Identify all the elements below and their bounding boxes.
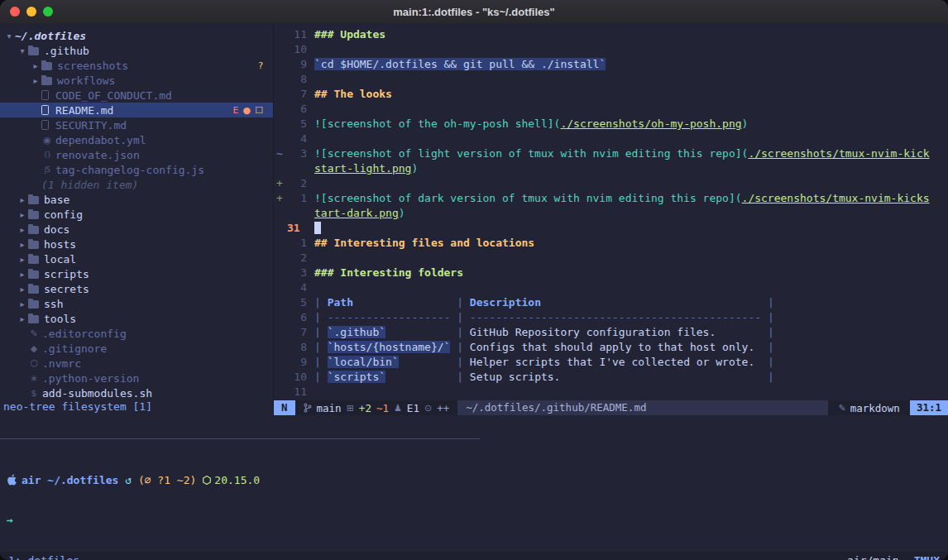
tree-item-ssh[interactable]: ▸ssh: [0, 296, 273, 311]
sign-column: [274, 296, 285, 311]
tree-item-secrets[interactable]: ▸secrets: [0, 281, 273, 296]
git-sign: +: [274, 177, 285, 192]
tree-item-workflows[interactable]: ▸workflows: [0, 73, 273, 88]
editor-line[interactable]: 6| ------------------- | ---------------…: [274, 311, 948, 326]
close-button[interactable]: [10, 7, 20, 17]
zoom-button[interactable]: [43, 7, 53, 17]
titlebar[interactable]: main:1:.dotfiles - "ks~/.dotfiles": [0, 0, 948, 23]
text-segment: [385, 371, 457, 383]
sign-column: [274, 266, 285, 281]
text-segment: tart-dark.png: [314, 207, 399, 219]
tree-item-hosts[interactable]: ▸hosts: [0, 237, 273, 251]
expander-icon[interactable]: ▸: [30, 76, 41, 85]
tree-item-scripts[interactable]: ▸scripts: [0, 266, 273, 281]
editor-line[interactable]: 31: [274, 222, 948, 237]
line-text: | `hosts/{hostname}/` | Configs that sho…: [307, 341, 774, 356]
filetype-section: ✎markdown: [828, 402, 909, 414]
expander-icon[interactable]: ▸: [17, 314, 28, 323]
editor-line[interactable]: 5| Path | Description |: [274, 296, 948, 311]
tree-item-security-md[interactable]: SECURITY.md: [0, 117, 273, 132]
editor-line[interactable]: 1## Interesting files and locations: [274, 237, 948, 251]
tree-item-gitignore[interactable]: ◆.gitignore: [0, 341, 273, 356]
tree-item-docs[interactable]: ▸docs: [0, 222, 273, 237]
javascript-icon: JS: [41, 166, 53, 174]
editor-line[interactable]: 7## The looks: [274, 88, 948, 103]
text-segment: [541, 296, 768, 309]
tree-item-label: .github: [44, 45, 89, 57]
minimize-button[interactable]: [26, 7, 36, 17]
neotree-sidebar[interactable]: ▾~/.dotfiles▾.github▸screenshots?▸workfl…: [0, 23, 273, 415]
editor-line[interactable]: 11: [274, 385, 948, 400]
text-segment: |: [314, 326, 328, 338]
editor-buffer[interactable]: 11### Updates 10 9`cd $HOME/.dotfiles &&…: [274, 23, 948, 415]
expander-icon[interactable]: ▸: [17, 270, 28, 279]
line-text: [307, 251, 314, 266]
editor-line[interactable]: 8| `hosts/{hostname}/` | Configs that sh…: [274, 341, 948, 356]
expander-icon[interactable]: ▾: [3, 31, 15, 41]
expander-icon[interactable]: ▸: [17, 255, 28, 264]
sign-column: [274, 237, 285, 251]
tree-item-add-submodules-sh[interactable]: $add-submodules.sh: [0, 385, 273, 400]
line-text: | `.github` | GitHub Repository configur…: [307, 326, 774, 341]
editor-line[interactable]: 2: [274, 251, 948, 266]
editor-line[interactable]: 8: [274, 73, 948, 88]
sign-column: [274, 73, 285, 88]
text-segment: [754, 341, 768, 353]
editor-line[interactable]: start-light.png): [274, 162, 948, 177]
tree-item-github[interactable]: ▾.github: [0, 43, 273, 58]
expander-icon[interactable]: ▸: [17, 210, 28, 219]
line-text: ### Updates: [307, 28, 385, 43]
editor-line[interactable]: 11### Updates: [274, 28, 948, 43]
tree-item-python-version[interactable]: ∗.python-version: [0, 371, 273, 385]
expander-icon[interactable]: ▸: [17, 195, 28, 204]
expander-icon[interactable]: ▸: [17, 299, 28, 309]
editor-line[interactable]: 10| `scripts` | Setup scripts. |: [274, 371, 948, 385]
tree-item-editorconfig[interactable]: ✎.editorconfig: [0, 326, 273, 341]
editor-line[interactable]: 7| `.github` | GitHub Repository configu…: [274, 326, 948, 341]
editor-line[interactable]: +2: [274, 177, 948, 192]
expander-icon[interactable]: ▾: [17, 46, 28, 55]
text-segment: ![screenshot of the oh-my-posh shell]: [314, 117, 554, 130]
tree-item-code-of-conduct-md[interactable]: CODE_OF_CONDUCT.md: [0, 88, 273, 103]
tree-item-readme-md[interactable]: README.mdE●☐: [0, 103, 273, 117]
expander-icon[interactable]: ▸: [17, 225, 28, 234]
expander-icon[interactable]: ▸: [17, 240, 28, 249]
tmux-window-item[interactable]: 1:.dotfiles: [8, 554, 79, 560]
editor-line[interactable]: +1![screenshot of dark version of tmux w…: [274, 192, 948, 207]
tree-item-renovate-json[interactable]: {}renovate.json: [0, 147, 273, 162]
editor-line[interactable]: 4: [274, 281, 948, 296]
editor-line[interactable]: tart-dark.png): [274, 207, 948, 222]
tree-item-dependabot-yml[interactable]: ◉dependabot.yml: [0, 132, 273, 147]
tree-item-base[interactable]: ▸base: [0, 192, 273, 207]
unstaged-icon: ☐: [255, 105, 263, 116]
expander-icon[interactable]: ▸: [30, 61, 41, 70]
editor-line[interactable]: 6: [274, 103, 948, 117]
line-text: | ------------------- | ----------------…: [307, 311, 774, 326]
editor-line[interactable]: 9| `local/bin` | Helper scripts that I'v…: [274, 356, 948, 371]
tree-item-nvmrc[interactable]: ⬡.nvmrc: [0, 356, 273, 371]
cursor-position: 31:1: [910, 400, 948, 415]
tree-item-tools[interactable]: ▸tools: [0, 311, 273, 326]
editor-line[interactable]: 4: [274, 132, 948, 147]
tree-item-screenshots[interactable]: ▸screenshots?: [0, 58, 273, 73]
editor-line[interactable]: 5![screenshot of the oh-my-posh shell](.…: [274, 117, 948, 132]
expander-icon[interactable]: ▸: [17, 285, 28, 294]
tree-item-local[interactable]: ▸local: [0, 251, 273, 266]
line-text: ![screenshot of light version of tmux wi…: [307, 147, 930, 162]
line-text: `cd $HOME/.dotfiles && git pull && ./ins…: [307, 58, 606, 73]
git-branch: main: [317, 402, 342, 414]
tree-item-1-hidden-item[interactable]: (1 hidden item): [0, 177, 273, 192]
tree-item-tag-changelog-config-js[interactable]: JStag-changelog-config.js: [0, 162, 273, 177]
editor-line[interactable]: 3### Interesting folders: [274, 266, 948, 281]
editor-line[interactable]: 10: [274, 43, 948, 58]
editor-line[interactable]: 9`cd $HOME/.dotfiles && git pull && ./in…: [274, 58, 948, 73]
buffer-lines: 11### Updates 10 9`cd $HOME/.dotfiles &&…: [274, 28, 948, 400]
tree-item-label: hosts: [44, 238, 76, 251]
tree-item-config[interactable]: ▸config: [0, 207, 273, 222]
tmux-session-name: air/main: [847, 554, 899, 560]
shell-pane[interactable]: air ~/.dotfiles ↺ (⌀ ?1 ~2)20.15.0 →: [0, 439, 948, 552]
tree-item-dotfiles[interactable]: ▾~/.dotfiles: [0, 28, 273, 43]
tmux-label: TMUX: [914, 554, 940, 560]
tmux-status-bar: 1:.dotfiles air/main TMUX: [0, 552, 948, 560]
editor-line[interactable]: ~3![screenshot of light version of tmux …: [274, 147, 948, 162]
